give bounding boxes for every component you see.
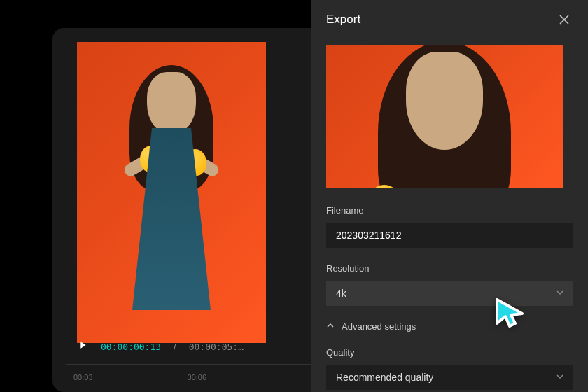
timecode-current: 00:00:00:13 — [101, 342, 161, 352]
ruler-mark: 00:06 — [188, 373, 207, 385]
export-thumbnail — [326, 45, 563, 188]
chevron-up-icon — [326, 321, 335, 332]
advanced-settings-label: Advanced settings — [342, 321, 416, 332]
ruler-mark: 00:03 — [74, 373, 93, 385]
timecode-total: 00:00:05:… — [189, 342, 244, 352]
resolution-label: Resolution — [326, 263, 573, 274]
play-button[interactable] — [77, 340, 88, 354]
export-panel: Export Filename Resolution 4k — [311, 0, 588, 392]
resolution-select[interactable]: 4k — [326, 281, 573, 306]
cursor-pointer-icon — [490, 294, 532, 336]
timecode-separator: / — [174, 342, 176, 352]
subject-figure — [108, 72, 234, 343]
quality-label: Quality — [326, 347, 573, 358]
preview-canvas — [77, 42, 266, 343]
export-header: Export — [311, 0, 588, 39]
advanced-settings-toggle[interactable]: Advanced settings — [326, 321, 573, 332]
filename-label: Filename — [326, 205, 573, 216]
filename-input[interactable] — [326, 223, 573, 248]
close-button[interactable] — [556, 11, 573, 28]
close-icon — [559, 14, 570, 25]
quality-select[interactable]: Recommended quality — [326, 365, 573, 390]
export-form: Filename Resolution 4k Advanced settings… — [311, 39, 588, 392]
export-title: Export — [326, 13, 360, 27]
